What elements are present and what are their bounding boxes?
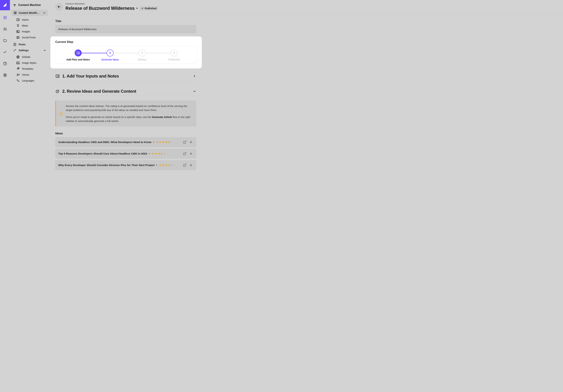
rail-item-settings[interactable]: [1, 71, 9, 79]
arrow-left-icon: [57, 5, 61, 9]
globe-icon: [16, 55, 20, 59]
title-row: Release of Buzzword Wilderness • Publish…: [65, 6, 158, 11]
workflow-icon: [13, 11, 17, 15]
idea-title: Understanding Headless CMS and DMS: What…: [58, 141, 151, 144]
star-icon: ★: [168, 163, 171, 167]
nav-item-label: Posts: [19, 43, 26, 46]
section-1-header[interactable]: 1. Add Your Inputs and Notes: [55, 71, 196, 81]
nav-item-label: Inputs: [22, 18, 29, 21]
users-icon: [3, 27, 7, 31]
step-connector: [146, 53, 171, 53]
step-1[interactable]: Add Files and Notes: [62, 49, 94, 61]
image-icon: [16, 30, 20, 33]
nav-item-label: Globals: [22, 56, 30, 58]
close-icon: [189, 163, 193, 167]
section-1-title: 1. Add Your Inputs and Notes: [62, 74, 190, 79]
rail-item-users[interactable]: [1, 25, 9, 33]
idea-card[interactable]: Understanding Headless CMS and DMS: What…: [55, 137, 196, 147]
cube-icon: [3, 16, 7, 20]
step-label: Published: [168, 58, 180, 61]
star-icon: ★: [165, 140, 167, 144]
nav-item-settings[interactable]: Settings: [11, 47, 48, 53]
post-icon: [16, 36, 20, 39]
nav-item-voices[interactable]: Voices: [11, 72, 48, 78]
main: Content Workflow Release of Buzzword Wil…: [49, 0, 563, 392]
idea-separator: •: [156, 164, 157, 167]
svg-point-3: [4, 74, 6, 76]
step-number: 2: [107, 49, 114, 56]
open-idea-button[interactable]: [182, 140, 187, 145]
info-icon: [59, 112, 63, 116]
star-icon: ★: [171, 163, 174, 167]
nav-item-images[interactable]: Images: [11, 29, 48, 35]
remove-idea-button[interactable]: [189, 151, 193, 156]
voice-icon: [16, 73, 20, 76]
star-icon: ★: [151, 152, 154, 156]
nav-item-social-posts[interactable]: Social Posts: [11, 35, 48, 40]
nav-item-posts[interactable]: Posts: [11, 41, 48, 47]
close-icon: [189, 140, 193, 144]
remove-idea-button[interactable]: [189, 140, 193, 145]
idea-card[interactable]: Top 5 Reasons Developers Should Care Abo…: [55, 149, 196, 159]
nav-children-workflow: Inputs Ideas Images Social Posts: [11, 16, 48, 41]
rabbit-icon: [2, 2, 8, 8]
nav-group-label: Content Workfl…: [19, 12, 41, 14]
chevron-left-icon: [193, 74, 196, 78]
clock-sparkle-icon: [55, 89, 60, 93]
brand-logo[interactable]: [0, 0, 10, 10]
help-icon: [3, 62, 7, 65]
idea-title: Why Every Developer Should Consider Dire…: [58, 164, 154, 167]
rail-item-files[interactable]: [1, 37, 9, 45]
title-separator: •: [136, 6, 138, 10]
svg-point-2: [5, 64, 5, 64]
nav-item-ideas[interactable]: Ideas: [11, 23, 48, 29]
remove-idea-button[interactable]: [189, 163, 193, 167]
current-step-label: Current Step: [55, 40, 197, 44]
rail-item-help[interactable]: [1, 59, 9, 68]
status-badge: Published: [139, 6, 158, 11]
posts-icon: [13, 43, 17, 46]
step-connector: [82, 53, 107, 53]
nav-item-globals[interactable]: Globals: [11, 54, 48, 60]
nav-item-templates[interactable]: Templates: [11, 66, 48, 72]
nav-item-languages[interactable]: Languages: [11, 78, 48, 84]
idea-rating: ★★★★★: [159, 163, 174, 167]
step-4[interactable]: 4 Published: [158, 49, 190, 61]
title-input[interactable]: [55, 25, 196, 33]
star-icon: ★: [162, 140, 165, 144]
step-3[interactable]: 3 Editing: [126, 49, 158, 61]
star-icon: ★: [165, 163, 168, 167]
open-idea-button[interactable]: [182, 151, 187, 156]
back-button[interactable]: [55, 3, 63, 11]
idea-card[interactable]: Why Every Developer Should Consider Dire…: [55, 160, 196, 170]
nav-item-label: Voices: [22, 73, 29, 76]
nav-item-label: Images: [22, 30, 30, 33]
star-icon: ★: [154, 152, 157, 156]
breadcrumb[interactable]: Content Workflow: [65, 2, 158, 5]
nav-item-label: Settings: [19, 49, 29, 52]
idea-separator: •: [149, 152, 150, 155]
rail-item-content[interactable]: [1, 13, 9, 22]
nav-item-label: Languages: [22, 79, 34, 82]
star-icon: ★: [160, 152, 163, 156]
wand-icon: [13, 49, 17, 52]
nav-group-content-workflow[interactable]: Content Workfl…: [11, 10, 48, 16]
open-idea-button[interactable]: [182, 163, 187, 167]
star-icon: ★: [168, 140, 170, 144]
rail-item-insights[interactable]: [1, 48, 9, 56]
nav-item-inputs[interactable]: Inputs: [11, 17, 48, 23]
settings-gear-icon: [3, 73, 7, 77]
idea-rating: ★★★★★: [156, 140, 170, 144]
main-scroll[interactable]: Content Workflow Release of Buzzword Wil…: [49, 0, 563, 392]
section-2-header[interactable]: 2. Review Ideas and Generate Content: [55, 86, 196, 96]
lightbulb-icon: [16, 24, 20, 27]
nav-item-image-styles[interactable]: Image Styles: [11, 60, 48, 66]
section-2-title: 2. Review Ideas and Generate Content: [62, 89, 190, 94]
stepper: Add Files and Notes 2 Generate Ideas 3 E…: [55, 46, 197, 64]
step-2[interactable]: 2 Generate Ideas: [94, 49, 126, 61]
nav-item-label: Image Styles: [22, 61, 37, 64]
app-root: Content Machine Content Workfl… Inputs I…: [0, 0, 563, 392]
wifi-icon: [13, 3, 17, 7]
star-icon: ★: [156, 140, 159, 144]
nav-item-label: Templates: [22, 67, 33, 70]
